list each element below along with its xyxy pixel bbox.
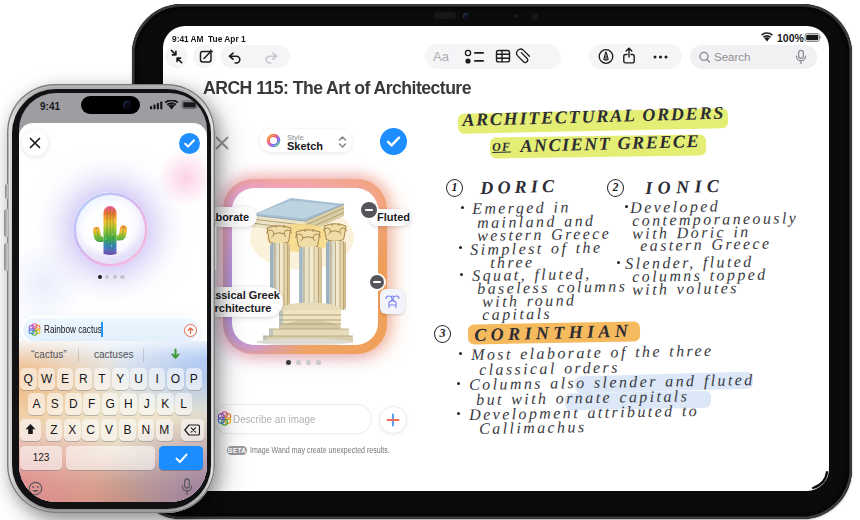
svg-text:100%: 100% <box>777 32 805 44</box>
svg-text:Aa: Aa <box>433 49 450 64</box>
svg-text:Search: Search <box>714 51 750 63</box>
